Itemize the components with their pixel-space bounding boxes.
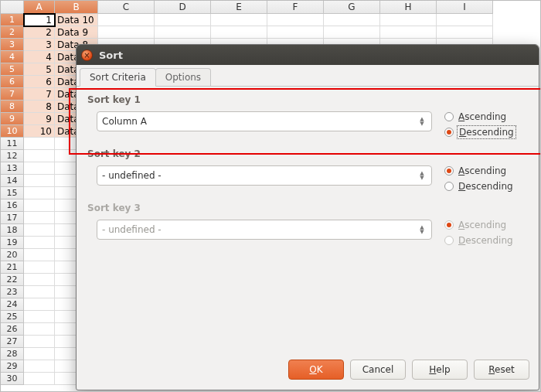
row-header[interactable]: 6 bbox=[1, 76, 24, 88]
cancel-button[interactable]: Cancel bbox=[350, 360, 406, 380]
column-header-E[interactable]: E bbox=[211, 1, 267, 14]
sort-key-1-descending-radio[interactable]: Descending bbox=[444, 127, 528, 138]
select-all-corner[interactable] bbox=[1, 1, 24, 14]
cell[interactable] bbox=[24, 199, 55, 212]
cell[interactable] bbox=[211, 14, 267, 26]
cell[interactable] bbox=[24, 286, 55, 298]
row-header[interactable]: 7 bbox=[1, 88, 24, 101]
row-header[interactable]: 19 bbox=[1, 237, 24, 249]
cell[interactable] bbox=[324, 26, 380, 39]
row-header[interactable]: 25 bbox=[1, 311, 24, 323]
cell[interactable] bbox=[24, 261, 55, 274]
column-header-H[interactable]: H bbox=[380, 1, 437, 14]
cell[interactable] bbox=[324, 14, 380, 26]
cell[interactable]: 9 bbox=[24, 113, 55, 125]
cell[interactable] bbox=[24, 187, 55, 199]
row-header[interactable]: 20 bbox=[1, 249, 24, 261]
cell[interactable] bbox=[24, 336, 55, 348]
cell[interactable]: Data 9 bbox=[55, 26, 98, 39]
cell[interactable]: 2 bbox=[24, 26, 55, 39]
cell[interactable] bbox=[24, 298, 55, 311]
row-header[interactable]: 1 bbox=[1, 14, 24, 26]
cell[interactable] bbox=[24, 360, 55, 373]
cell[interactable]: 10 bbox=[24, 125, 55, 138]
column-header-F[interactable]: F bbox=[267, 1, 324, 14]
cell[interactable] bbox=[267, 14, 324, 26]
cell[interactable] bbox=[437, 26, 493, 39]
row-header[interactable]: 18 bbox=[1, 224, 24, 237]
row-header[interactable]: 5 bbox=[1, 63, 24, 76]
sort-key-2-descending-radio[interactable]: Descending bbox=[444, 181, 528, 192]
row-header[interactable]: 9 bbox=[1, 113, 24, 125]
row-header[interactable]: 10 bbox=[1, 125, 24, 138]
sort-key-2-column-select[interactable]: - undefined - ▲▼ bbox=[97, 165, 432, 186]
ok-button[interactable]: OK bbox=[288, 360, 344, 380]
help-button[interactable]: Help bbox=[412, 360, 468, 380]
row-header[interactable]: 13 bbox=[1, 162, 24, 175]
cell[interactable] bbox=[24, 323, 55, 336]
cell[interactable]: 7 bbox=[24, 88, 55, 101]
cell[interactable] bbox=[24, 150, 55, 162]
row-header[interactable]: 4 bbox=[1, 51, 24, 63]
cell[interactable] bbox=[24, 175, 55, 187]
cell[interactable] bbox=[380, 14, 437, 26]
row-header[interactable]: 2 bbox=[1, 26, 24, 39]
row-header[interactable]: 29 bbox=[1, 360, 24, 373]
sort-key-2-ascending-radio[interactable]: Ascending bbox=[444, 165, 528, 176]
cell[interactable]: Data 10 bbox=[55, 14, 98, 26]
cell[interactable] bbox=[267, 26, 324, 39]
cell[interactable] bbox=[24, 274, 55, 286]
cell[interactable] bbox=[380, 26, 437, 39]
cell[interactable] bbox=[437, 14, 493, 26]
row-header[interactable]: 30 bbox=[1, 373, 24, 385]
row-header[interactable]: 3 bbox=[1, 39, 24, 51]
cell[interactable] bbox=[155, 14, 211, 26]
row-header[interactable]: 23 bbox=[1, 286, 24, 298]
cell[interactable] bbox=[24, 237, 55, 249]
cell[interactable] bbox=[98, 26, 155, 39]
cell[interactable] bbox=[24, 212, 55, 224]
column-header-G[interactable]: G bbox=[324, 1, 380, 14]
cell[interactable] bbox=[24, 162, 55, 175]
row-header[interactable]: 12 bbox=[1, 150, 24, 162]
column-header-C[interactable]: C bbox=[98, 1, 155, 14]
cell[interactable]: 5 bbox=[24, 63, 55, 76]
row-header[interactable]: 21 bbox=[1, 261, 24, 274]
tab-sort-criteria[interactable]: Sort Criteria bbox=[80, 68, 156, 87]
row-header[interactable]: 22 bbox=[1, 274, 24, 286]
cell[interactable] bbox=[24, 138, 55, 150]
reset-button[interactable]: Reset bbox=[474, 360, 529, 380]
sort-key-1-ascending-radio[interactable]: Ascending bbox=[444, 111, 528, 122]
row-header[interactable]: 28 bbox=[1, 348, 24, 360]
row-header[interactable]: 14 bbox=[1, 175, 24, 187]
cell[interactable]: 1 bbox=[24, 14, 55, 26]
cell[interactable] bbox=[24, 348, 55, 360]
sort-key-1-column-select[interactable]: Column A ▲▼ bbox=[97, 111, 432, 131]
cell[interactable]: 8 bbox=[24, 101, 55, 113]
cell[interactable] bbox=[211, 26, 267, 39]
row-header[interactable]: 26 bbox=[1, 323, 24, 336]
close-icon[interactable]: × bbox=[81, 49, 93, 61]
row-header[interactable]: 17 bbox=[1, 212, 24, 224]
row-header[interactable]: 16 bbox=[1, 199, 24, 212]
column-header-D[interactable]: D bbox=[155, 1, 211, 14]
row-header[interactable]: 27 bbox=[1, 336, 24, 348]
column-header-B[interactable]: B bbox=[55, 1, 98, 14]
cell[interactable] bbox=[24, 249, 55, 261]
cell[interactable]: 3 bbox=[24, 39, 55, 51]
cell[interactable] bbox=[98, 14, 155, 26]
row-header[interactable]: 11 bbox=[1, 138, 24, 150]
row-header[interactable]: 8 bbox=[1, 101, 24, 113]
column-header-A[interactable]: A bbox=[24, 1, 55, 14]
cell[interactable] bbox=[24, 373, 55, 385]
cell[interactable]: 6 bbox=[24, 76, 55, 88]
row-header[interactable]: 15 bbox=[1, 187, 24, 199]
cell[interactable] bbox=[155, 26, 211, 39]
cell[interactable] bbox=[24, 224, 55, 237]
tab-options[interactable]: Options bbox=[155, 68, 211, 86]
column-header-I[interactable]: I bbox=[437, 1, 493, 14]
cell[interactable]: 4 bbox=[24, 51, 55, 63]
row-header[interactable]: 24 bbox=[1, 298, 24, 311]
dialog-titlebar[interactable]: × Sort bbox=[77, 45, 539, 65]
cell[interactable] bbox=[24, 311, 55, 323]
